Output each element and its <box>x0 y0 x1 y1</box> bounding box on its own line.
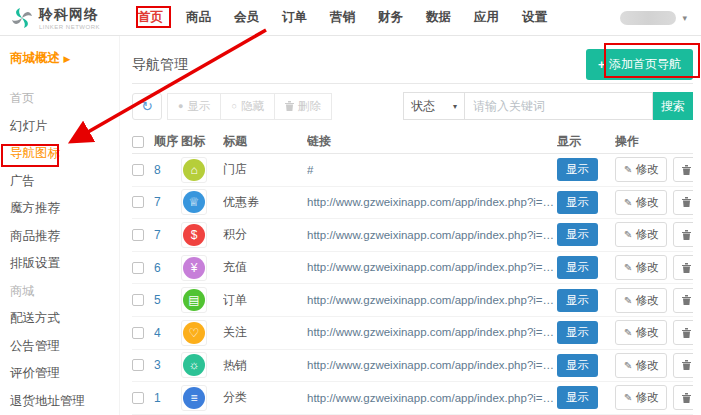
table-header: 顺序 图标 标题 链接 显示 操作 <box>132 130 693 154</box>
row-order: 6 <box>154 261 181 275</box>
sidebar-item[interactable]: 排版设置 <box>10 250 119 278</box>
trash-icon <box>682 295 691 305</box>
row-order: 8 <box>154 163 181 177</box>
nav-item-1[interactable]: 商品 <box>186 9 211 26</box>
recharge-icon: ¥ <box>183 257 205 279</box>
row-title: 订单 <box>223 292 307 309</box>
row-show-button[interactable]: 显示 <box>557 223 598 246</box>
user-menu[interactable]: ▾ <box>620 11 687 25</box>
edit-icon: ✎ <box>624 327 632 338</box>
nav-item-8[interactable]: 设置 <box>522 9 547 26</box>
nav-item-4[interactable]: 营销 <box>330 9 355 26</box>
row-delete-button[interactable]: 删除 <box>673 255 693 280</box>
row-checkbox[interactable] <box>132 294 144 306</box>
row-edit-button[interactable]: ✎ 修改 <box>615 157 667 182</box>
row-edit-button[interactable]: ✎ 修改 <box>615 320 667 345</box>
edit-icon: ✎ <box>624 197 632 208</box>
edit-icon: ✎ <box>624 229 632 240</box>
nav-item-7[interactable]: 应用 <box>474 9 499 26</box>
table-row: 4 ♡ 关注 http://www.gzweixinapp.com/app/in… <box>132 317 693 350</box>
sidebar-item[interactable]: 魔方推荐 <box>10 195 119 223</box>
sidebar-item-overview[interactable]: 商城概述 ▶ <box>10 50 119 67</box>
refresh-icon: ↻ <box>141 98 153 114</box>
chevron-down-icon[interactable]: ▾ <box>682 13 687 23</box>
row-edit-button[interactable]: ✎ 修改 <box>615 288 667 313</box>
bulk-hide-button[interactable]: ○ 隐藏 <box>221 93 274 120</box>
trash-icon <box>682 393 691 403</box>
row-show-button[interactable]: 显示 <box>557 386 598 409</box>
sidebar-section-header: 商城 <box>10 278 119 306</box>
main-content: 导航管理 + 添加首页导航 ↻ ● 显示 ○ 隐藏 删除 状态 <box>120 36 701 415</box>
row-delete-button[interactable]: 删除 <box>673 190 693 215</box>
sidebar-item[interactable]: 退货地址管理 <box>10 388 119 415</box>
row-edit-button[interactable]: ✎ 修改 <box>615 255 667 280</box>
row-delete-button[interactable]: 删除 <box>673 157 693 182</box>
nav-item-5[interactable]: 财务 <box>378 9 403 26</box>
bulk-show-button[interactable]: ● 显示 <box>167 93 221 120</box>
row-delete-button[interactable]: 删除 <box>673 385 693 410</box>
add-home-nav-button[interactable]: + 添加首页导航 <box>586 49 693 80</box>
row-show-button[interactable]: 显示 <box>557 158 598 181</box>
row-delete-button[interactable]: 删除 <box>673 288 693 313</box>
edit-icon: ✎ <box>624 295 632 306</box>
row-checkbox[interactable] <box>132 229 144 241</box>
edit-icon: ✎ <box>624 262 632 273</box>
bulk-delete-button[interactable]: 删除 <box>275 93 332 120</box>
row-title: 充值 <box>223 259 307 276</box>
trash-icon <box>682 360 691 370</box>
show-dot-icon: ● <box>178 101 183 111</box>
top-navbar: 聆科网络 LINKER NETWORK 首页商品会员订单营销财务数据应用设置 ▾ <box>0 0 701 36</box>
nav-item-3[interactable]: 订单 <box>282 9 307 26</box>
row-checkbox[interactable] <box>132 392 144 404</box>
row-link: http://www.gzweixinapp.com/app/index.php… <box>307 284 557 317</box>
row-show-button[interactable]: 显示 <box>557 321 598 344</box>
row-show-button[interactable]: 显示 <box>557 289 598 312</box>
sidebar-item[interactable]: 导航图标 <box>10 140 119 168</box>
row-delete-button[interactable]: 删除 <box>673 353 693 378</box>
search-button[interactable]: 搜索 <box>653 92 693 120</box>
sidebar: 商城概述 ▶ 首页幻灯片导航图标广告魔方推荐商品推荐排版设置商城配送方式公告管理… <box>0 36 120 415</box>
row-edit-button[interactable]: ✎ 修改 <box>615 385 667 410</box>
edit-icon: ✎ <box>624 360 632 371</box>
hide-dot-icon: ○ <box>231 101 236 111</box>
sidebar-item[interactable]: 公告管理 <box>10 333 119 361</box>
row-show-button[interactable]: 显示 <box>557 191 598 214</box>
sidebar-menu: 首页幻灯片导航图标广告魔方推荐商品推荐排版设置商城配送方式公告管理评价管理退货地… <box>10 85 119 415</box>
hot-sale-icon: ☼ <box>183 354 205 376</box>
row-edit-button[interactable]: ✎ 修改 <box>615 222 667 247</box>
row-checkbox[interactable] <box>132 327 144 339</box>
select-all-checkbox[interactable] <box>132 136 144 148</box>
row-order: 3 <box>154 358 181 372</box>
row-show-button[interactable]: 显示 <box>557 354 598 377</box>
row-checkbox[interactable] <box>132 196 144 208</box>
sidebar-item[interactable]: 广告 <box>10 168 119 196</box>
nav-item-2[interactable]: 会员 <box>234 9 259 26</box>
sidebar-item[interactable]: 评价管理 <box>10 360 119 388</box>
table-row: 3 ☼ 热销 http://www.gzweixinapp.com/app/in… <box>132 350 693 383</box>
row-checkbox[interactable] <box>132 164 144 176</box>
nav-item-6[interactable]: 数据 <box>426 9 451 26</box>
row-title: 热销 <box>223 357 307 374</box>
sidebar-item[interactable]: 配送方式 <box>10 305 119 333</box>
row-checkbox[interactable] <box>132 262 144 274</box>
row-order: 1 <box>154 391 181 405</box>
row-title: 关注 <box>223 324 307 341</box>
row-edit-button[interactable]: ✎ 修改 <box>615 190 667 215</box>
row-link: http://www.gzweixinapp.com/app/index.php… <box>307 316 557 349</box>
row-checkbox[interactable] <box>132 359 144 371</box>
table-row: 5 ▤ 订单 http://www.gzweixinapp.com/app/in… <box>132 284 693 317</box>
row-delete-button[interactable]: 删除 <box>673 222 693 247</box>
row-edit-button[interactable]: ✎ 修改 <box>615 353 667 378</box>
logo-pinwheel-icon <box>10 6 34 30</box>
sidebar-item[interactable]: 商品推荐 <box>10 223 119 251</box>
logo: 聆科网络 LINKER NETWORK <box>0 6 118 30</box>
keyword-input[interactable] <box>465 92 653 120</box>
sidebar-item[interactable]: 幻灯片 <box>10 113 119 141</box>
row-link: http://www.gzweixinapp.com/app/index.php… <box>307 382 557 415</box>
row-show-button[interactable]: 显示 <box>557 256 598 279</box>
refresh-button[interactable]: ↻ <box>132 93 162 120</box>
plus-icon: + <box>598 58 605 72</box>
row-delete-button[interactable]: 删除 <box>673 320 693 345</box>
status-select[interactable]: 状态 ▾ <box>403 92 465 120</box>
nav-item-0[interactable]: 首页 <box>138 9 163 26</box>
